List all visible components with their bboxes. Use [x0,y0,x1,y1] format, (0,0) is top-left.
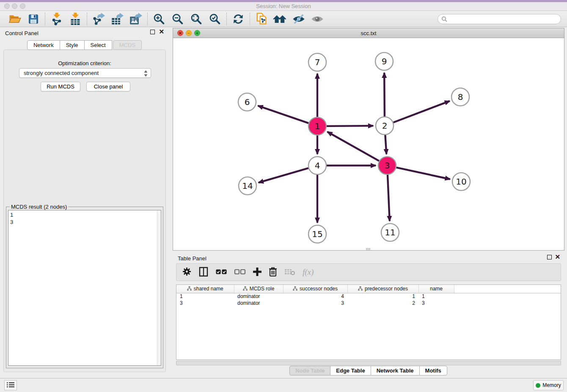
tab-motifs[interactable]: Motifs [419,366,447,375]
export-image-button[interactable] [129,12,143,26]
graph-edge-2-9[interactable] [384,73,385,116]
table-horizontal-scrollbar[interactable] [176,361,561,365]
tab-network[interactable]: Network [27,40,60,50]
unchecked-boxes-icon [234,269,246,276]
zoom-fit-button[interactable] [189,12,204,26]
table-cell[interactable]: 3 [176,300,234,306]
close-panel-icon[interactable]: ✕ [159,29,164,35]
import-table-button[interactable] [68,12,83,26]
save-session-button[interactable] [26,12,41,26]
graph-node-label-2: 2 [382,121,388,131]
graph-node-label-4: 4 [315,160,320,171]
graph-node-label-15: 15 [312,229,322,239]
graph-edge-2-8[interactable] [394,101,450,123]
graph-edge-3-11[interactable] [388,175,390,221]
window-title: Session: New Session [0,3,567,9]
table-cell[interactable]: dominator [234,293,283,300]
tab-mcds[interactable]: MCDS [113,40,142,50]
graph-edge-2-3[interactable] [385,135,386,154]
hide-selected-button[interactable] [292,12,306,26]
show-all-button[interactable] [310,12,325,26]
graph-edge-3-10[interactable] [396,168,450,179]
search-icon [441,16,448,22]
export-table-button[interactable] [110,12,124,26]
column-header-label: MCDS role [250,286,275,292]
table-tabs: Node TableEdge TableNetwork TableMotifs [173,366,564,375]
table-cell[interactable]: 1 [347,293,418,300]
table-cell[interactable]: 3 [418,300,454,306]
mcds-result-text[interactable]: 1 3 [8,210,161,366]
memory-button[interactable]: Memory [533,380,564,390]
new-network-from-selection-button[interactable] [254,12,269,26]
table-cell[interactable]: 1 [176,293,234,300]
network-window-titlebar[interactable]: ✕ − + scc.txt [173,28,564,38]
graph-edge-4-14[interactable] [259,168,308,182]
memory-status-icon [536,383,540,388]
control-panel-header: Control Panel ✕ [0,27,169,38]
float-table-panel-icon[interactable] [547,255,552,261]
select-all-button[interactable] [216,269,227,276]
deselect-all-button[interactable] [234,269,246,276]
table-cell[interactable]: 4 [283,293,347,300]
node-table-header-row: shared nameMCDS rolesuccessor nodesprede… [176,285,561,293]
create-column-button[interactable] [253,268,261,277]
zoom-selected-icon [209,13,221,25]
first-neighbors-button[interactable] [273,12,287,26]
zoom-fit-icon [190,13,203,25]
column-header-predecessor-nodes[interactable]: predecessor nodes [347,285,418,293]
graph-edge-1-6[interactable] [258,106,309,123]
table-row[interactable]: 1dominator411 [176,293,561,300]
window-titlebar: Session: New Session [0,0,567,11]
mcds-result-scrollbar[interactable] [157,210,161,365]
zoom-out-button[interactable] [171,12,185,26]
criterion-select[interactable]: strongly connected component [19,68,151,78]
zoom-in-button[interactable] [152,12,166,26]
show-columns-button[interactable] [198,267,209,278]
tab-node-table[interactable]: Node Table [289,366,330,375]
search-field[interactable] [438,14,561,24]
graph-edge-1-2[interactable] [327,126,373,126]
table-cell[interactable]: dominator [234,300,283,306]
column-header-successor-nodes[interactable]: successor nodes [283,285,347,293]
search-input[interactable] [450,15,558,23]
export-image-icon [129,13,142,25]
table-cell[interactable]: 3 [283,300,347,306]
close-panel-button[interactable]: Close panel [86,82,130,91]
open-file-button[interactable] [8,12,22,26]
tab-select[interactable]: Select [84,40,112,50]
column-header-label: successor nodes [300,286,338,292]
export-network-button[interactable] [91,12,106,26]
graph-node-label-1: 1 [315,121,320,131]
tab-style[interactable]: Style [60,40,85,50]
import-network-button[interactable] [50,12,64,26]
table-cell-filler [454,300,561,306]
delete-table-icon [284,268,295,277]
column-header-name[interactable]: name [418,285,454,293]
float-panel-icon[interactable] [150,30,155,36]
graph-node-label-6: 6 [245,97,250,107]
table-options-button[interactable] [182,267,191,277]
function-builder-button[interactable]: f(x) [303,268,314,277]
table-cell-filler [454,293,561,300]
table-row[interactable]: 3dominator323 [176,300,561,306]
apply-layout-button[interactable] [231,12,245,26]
tab-edge-table[interactable]: Edge Table [330,366,371,375]
table-toolbar: f(x) [176,263,561,281]
network-graph[interactable]: 7968124314101511 [173,38,564,250]
close-table-panel-icon[interactable]: ✕ [555,254,560,260]
graph-edge-3-1[interactable] [328,132,379,161]
table-cell[interactable]: 1 [418,293,454,300]
table-cell[interactable]: 2 [347,300,418,306]
network-resize-grip[interactable] [366,248,370,250]
export-table-icon [111,13,124,25]
column-header-MCDS-role[interactable]: MCDS role [234,285,283,293]
run-mcds-button[interactable]: Run MCDS [41,82,80,91]
graph-node-label-3: 3 [385,160,390,171]
delete-column-button[interactable] [269,267,277,278]
zoom-selected-button[interactable] [208,12,222,26]
tab-network-table[interactable]: Network Table [371,366,420,375]
control-panel-card: Optimization criterion: strongly connect… [3,50,166,372]
delete-table-button[interactable] [284,268,295,277]
column-header-shared-name[interactable]: shared name [176,285,234,293]
task-history-button[interactable] [4,380,17,390]
